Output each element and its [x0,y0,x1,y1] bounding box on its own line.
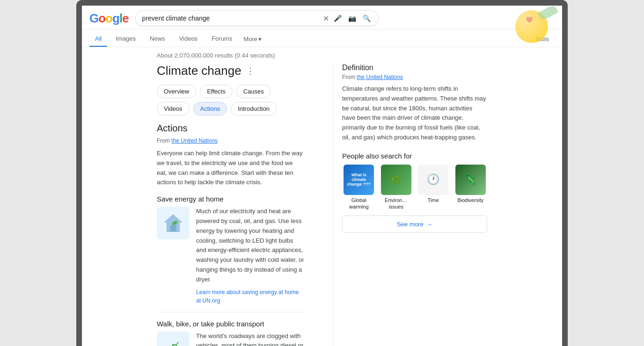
people-item-time[interactable]: 🕐 Time [417,165,450,210]
search-input[interactable] [142,14,319,22]
action1-icon [157,207,190,239]
laptop-screen: Google ✕ [76,0,568,346]
search-bar: ✕ [135,10,379,26]
people-item-biodiversity[interactable]: 🦎 Biodiversity [454,165,488,210]
panel-divider [332,64,333,346]
results-info: About 2,070,000,000 results (0.44 second… [82,47,562,64]
clear-icon[interactable]: ✕ [323,14,329,23]
more-dropdown[interactable]: More ▾ [241,32,264,46]
tab-videos[interactable]: Videos [174,31,204,47]
from-source-link[interactable]: the United Nations [171,137,218,144]
people-item-environ[interactable]: 🌿 Environ… issues [380,165,413,210]
people-item-global-warming[interactable]: What is climate change ??? Global warmin… [342,165,376,210]
pill-effects[interactable]: Effects [200,85,233,98]
see-more-button[interactable]: See more → [342,216,487,233]
search-icon-group [333,14,372,23]
people-thumb-global-warming: What is climate change ??? [344,165,374,195]
svg-rect-1 [170,225,176,231]
svg-line-9 [176,343,178,345]
action2-title: Walk, bike, or take public transport [157,320,304,328]
pill-videos[interactable]: Videos [157,102,190,115]
people-name-environ: Environ… issues [380,197,413,210]
main-content: Climate change ⋮ Overview Effects Causes… [82,64,562,346]
section-title: Actions [157,123,304,134]
action-item-1: Much of our electricity and heat are pow… [157,207,304,312]
tools-button[interactable]: Tools [529,32,555,46]
action-item-2: The world's roadways are clogged with ve… [157,332,304,346]
image-search-icon[interactable] [347,14,357,23]
action2-text: The world's roadways are clogged with ve… [196,332,304,346]
action1-text: Much of our electricity and heat are pow… [196,207,304,284]
pills-row: Overview Effects Causes Videos Actions I… [157,85,304,115]
pill-actions[interactable]: Actions [193,102,227,115]
people-search-grid: What is climate change ??? Global warmin… [342,165,487,210]
tab-forums[interactable]: Forums [206,31,238,47]
people-name-global-warming: Global warming [342,197,376,210]
google-logo: Google [89,11,129,26]
definition-title: Definition [342,64,487,72]
laptop-frame: Google ✕ [76,0,568,346]
definition-from: From the United Nations [342,74,487,80]
search-button[interactable] [362,14,372,23]
tab-all[interactable]: All [89,31,107,47]
topic-header: Climate change ⋮ [157,64,304,78]
header: Google ✕ [82,6,562,29]
people-thumb-environ: 🌿 [381,165,411,195]
tab-news[interactable]: News [144,31,171,47]
voice-search-icon[interactable] [333,14,343,23]
pill-introduction[interactable]: Introduction [231,102,277,115]
topic-more-icon[interactable]: ⋮ [246,66,255,76]
people-name-time: Time [428,197,439,203]
people-search-title: People also search for [342,152,487,160]
intro-text: Everyone can help limit climate change. … [157,149,304,187]
definition-source-link[interactable]: the United Nations [357,74,403,80]
action2-icon [157,332,190,346]
action1-link[interactable]: Learn more about saving energy at home a… [196,289,299,304]
pill-overview[interactable]: Overview [157,85,196,98]
people-name-biodiversity: Biodiversity [457,197,483,203]
right-panel: Definition From the United Nations Clima… [342,64,487,346]
tab-images[interactable]: Images [110,31,141,47]
from-line: From the United Nations [157,137,304,144]
action2-text-col: The world's roadways are clogged with ve… [196,332,304,346]
topic-title: Climate change [157,64,242,78]
pill-causes[interactable]: Causes [236,85,271,98]
people-thumb-time: 🕐 [418,165,448,195]
google-page: Google ✕ [82,6,562,346]
action1-title: Save energy at home [157,195,304,203]
people-thumb-biodiversity: 🦎 [455,165,486,195]
nav-tabs: All Images News Videos Forums More ▾ Too… [82,29,562,47]
left-panel: Climate change ⋮ Overview Effects Causes… [157,64,323,346]
definition-box: Definition From the United Nations Clima… [342,64,487,143]
definition-text: Climate change refers to long-term shift… [342,84,487,143]
arrow-right-icon: → [426,221,432,228]
action1-text-col: Much of our electricity and heat are pow… [196,207,304,304]
